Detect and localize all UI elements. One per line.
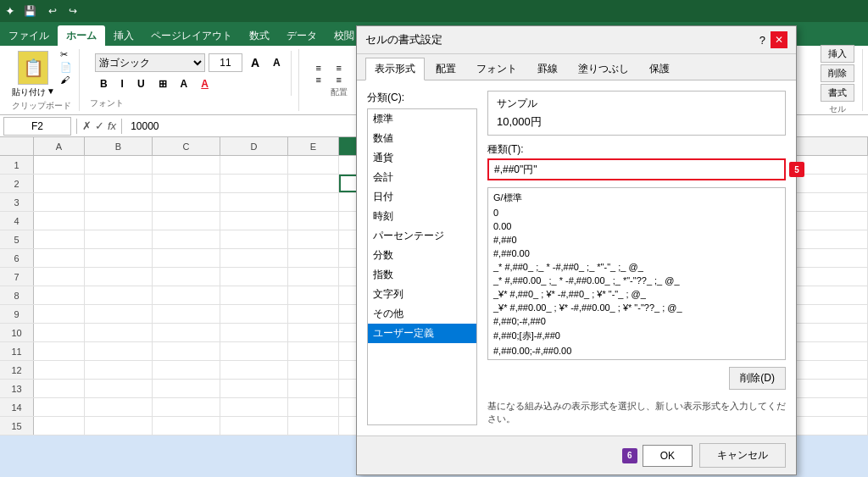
border-button[interactable]: ⊞ [153,75,172,93]
cell[interactable] [220,380,288,397]
cell[interactable] [220,398,288,416]
paste-button[interactable]: 📋 [16,49,50,86]
cell[interactable] [85,305,153,323]
col-header-e[interactable]: E [288,137,339,155]
cell[interactable] [220,361,288,379]
cell[interactable] [220,417,288,435]
cell[interactable] [288,286,339,304]
cell[interactable] [85,193,153,211]
bold-button[interactable]: B [95,75,113,93]
format-cell-button[interactable]: 書式 [821,84,854,102]
category-item[interactable]: ユーザー定義 [368,324,476,343]
dialog-tab-format[interactable]: 表示形式 [365,58,425,80]
cell[interactable] [288,230,339,248]
format-item[interactable]: _¥* #,##0_ ; ¥* -#,##0_ ; ¥* "-"_ ; @_ [490,287,783,301]
align-top-left[interactable]: ≡ [309,63,328,73]
category-item[interactable]: 日付 [368,187,476,207]
delete-format-button[interactable]: 削除(D) [729,367,786,390]
cell[interactable] [220,305,288,323]
cell[interactable] [34,230,85,248]
cell[interactable] [85,230,153,248]
cell[interactable] [288,305,339,323]
category-item[interactable]: 会計 [368,168,476,187]
cell[interactable] [288,249,339,267]
category-item[interactable]: その他 [368,304,476,324]
dialog-tab-border[interactable]: 罫線 [528,58,567,80]
cell[interactable] [34,249,85,267]
format-list-area[interactable]: G/標準00.00#,##0#,##0.00_* #,##0_ ;_ * -#,… [487,187,786,360]
category-item[interactable]: 文字列 [368,285,476,304]
cell[interactable] [220,230,288,248]
delete-cell-button[interactable]: 削除 [821,64,854,82]
format-item[interactable]: #,##0;-#,##0 [490,314,783,328]
col-header-d[interactable]: D [220,137,288,155]
cell[interactable] [288,156,339,174]
cell[interactable] [85,398,153,416]
format-item[interactable]: _* #,##0_ ;_ * -#,##0_ ;_ *"-"_ ;_ @_ [490,260,783,274]
category-list[interactable]: 標準数値通貨会計日付時刻パーセンテージ分数指数文字列その他ユーザー定義 [367,108,477,425]
cell[interactable] [220,212,288,230]
format-item[interactable]: #,##0;[赤]-#,##0 [490,328,783,344]
cell[interactable] [85,268,153,286]
copy-button[interactable]: 📄 [60,62,72,73]
cell[interactable] [220,268,288,286]
cell[interactable] [153,268,220,286]
tab-formula[interactable]: 数式 [241,25,278,46]
cell[interactable] [34,175,85,192]
format-item[interactable]: #,##0 [490,233,783,247]
cell[interactable] [288,417,339,435]
quick-save-button[interactable]: 💾 [20,3,40,19]
cell[interactable] [288,380,339,397]
cell[interactable] [34,305,85,323]
align-mid-center[interactable]: ≡ [330,75,348,85]
italic-button[interactable]: I [116,75,129,93]
formula-confirm-icon[interactable]: ✓ [95,119,104,132]
category-item[interactable]: 数値 [368,129,476,148]
dialog-tab-font[interactable]: フォント [467,58,526,80]
cell[interactable] [153,380,220,397]
cell[interactable] [85,175,153,192]
cell[interactable] [153,361,220,379]
align-mid-left[interactable]: ≡ [309,75,328,85]
cell[interactable] [34,380,85,397]
cell[interactable] [153,342,220,360]
cell[interactable] [153,305,220,323]
cell[interactable] [153,156,220,174]
cell[interactable] [220,342,288,360]
cell[interactable] [85,380,153,397]
tab-file[interactable]: ファイル [0,25,58,46]
insert-cell-button[interactable]: 挿入 [821,45,854,63]
format-item[interactable]: #,##0.00 [490,247,783,260]
paste-dropdown-icon[interactable]: ▼ [47,86,55,98]
format-item[interactable]: 0.00 [490,219,783,233]
cell[interactable] [34,361,85,379]
format-item[interactable]: _¥* #,##0.00_ ; ¥* -#,##0.00_ ; ¥* "-"??… [490,301,783,314]
col-header-b[interactable]: B [85,137,153,155]
dialog-tab-fill[interactable]: 塗りつぶし [569,58,638,80]
cell[interactable] [220,249,288,267]
format-painter-button[interactable]: 🖌 [60,75,72,85]
font-name-select[interactable]: 游ゴシック [95,53,205,72]
cell[interactable] [153,417,220,435]
category-item[interactable]: パーセンテージ [368,226,476,246]
cell[interactable] [220,175,288,192]
cell[interactable] [85,361,153,379]
cell[interactable] [153,175,220,192]
cell[interactable] [153,324,220,341]
cell[interactable] [34,417,85,435]
cell[interactable] [288,175,339,192]
cell[interactable] [220,193,288,211]
cell[interactable] [288,361,339,379]
dialog-help-button[interactable]: ? [760,34,765,47]
category-item[interactable]: 標準 [368,109,476,129]
name-box[interactable] [3,117,71,136]
tab-insert[interactable]: 挿入 [105,25,142,46]
cell[interactable] [85,212,153,230]
formula-fx-icon[interactable]: fx [108,119,116,132]
dialog-tab-alignment[interactable]: 配置 [426,58,465,80]
cell[interactable] [34,212,85,230]
cell[interactable] [153,398,220,416]
col-header-c[interactable]: C [153,137,220,155]
tab-data[interactable]: データ [278,25,326,46]
cell[interactable] [85,156,153,174]
